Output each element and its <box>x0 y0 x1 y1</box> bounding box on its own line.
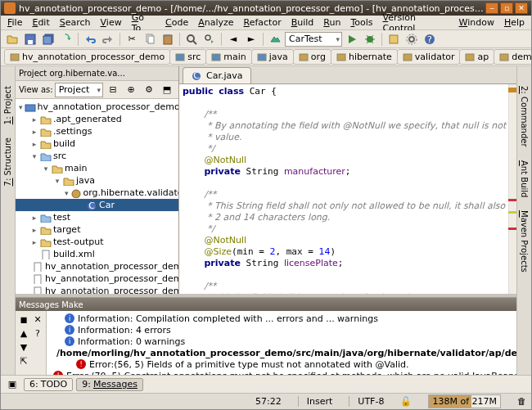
error-marker[interactable] <box>508 199 516 201</box>
bottom-toolbar: ▣ 6:TODO 9:Messages <box>1 375 531 393</box>
down-icon[interactable]: ▼ <box>17 340 30 354</box>
project-tree[interactable]: ▾hv_annotation_processor_demo (/home▸.ap… <box>16 99 178 294</box>
collapse-bottom-icon[interactable]: ▣ <box>4 377 20 392</box>
tree-java[interactable]: ▾java <box>16 174 178 187</box>
make-icon[interactable] <box>267 32 283 47</box>
status-marker <box>508 88 516 92</box>
collapse-icon[interactable]: ⊟ <box>105 83 121 97</box>
messages-list[interactable]: iInformation: Compilation completed with… <box>47 311 516 375</box>
crumb-hv_annotation_processor_demo[interactable]: hv_annotation_processor_demo <box>4 49 170 65</box>
export-icon[interactable]: ⇱ <box>17 354 30 367</box>
svg-text:?: ? <box>427 34 432 45</box>
redo-icon[interactable] <box>100 32 116 47</box>
forward-icon[interactable]: ► <box>243 32 259 47</box>
tree-hv_annotation_processor_demo-iws[interactable]: hv_annotation_processor_demo.iws <box>16 285 178 294</box>
help-icon[interactable]: ? <box>31 327 44 340</box>
tree-org-hibernate-validator-ap-demo[interactable]: ▾org.hibernate.validator.ap.demo <box>16 187 178 199</box>
message-row[interactable]: J/home/morling/hv_annotation_processor_d… <box>48 347 515 358</box>
tool-project[interactable]: 1: Project <box>2 83 14 128</box>
error-marker[interactable] <box>508 228 516 230</box>
maximize-button[interactable]: ▫ <box>500 2 513 14</box>
project-view-combo[interactable]: Project <box>55 83 103 97</box>
crumb-validator[interactable]: validator <box>397 49 461 65</box>
find-icon[interactable] <box>183 32 200 47</box>
svg-rect-7 <box>165 34 170 37</box>
crumb-ap[interactable]: ap <box>459 49 494 65</box>
sync-icon[interactable] <box>58 32 74 47</box>
copy-icon[interactable] <box>142 32 158 47</box>
menu-analyze[interactable]: Analyze <box>193 16 238 29</box>
tree-target[interactable]: ▸target <box>16 223 178 236</box>
tree-Car[interactable]: CCar <box>16 199 178 211</box>
todo-button[interactable]: 6:TODO <box>24 378 73 391</box>
menu-run[interactable]: Run <box>318 16 345 29</box>
warn-marker[interactable] <box>508 211 516 214</box>
hide-icon[interactable]: ⬒ <box>159 83 175 97</box>
menu-edit[interactable]: Edit <box>27 16 54 29</box>
close-icon[interactable]: ✕ <box>31 313 44 326</box>
menu-file[interactable]: File <box>2 16 27 29</box>
tree-build-xml[interactable]: build.xml <box>16 248 178 260</box>
vcs-icon[interactable] <box>385 32 402 47</box>
tool-commander[interactable]: 2: Commander <box>518 83 530 151</box>
tree-test[interactable]: ▸test <box>16 211 178 223</box>
trash-icon[interactable]: 🗑 <box>517 396 526 407</box>
debug-icon[interactable] <box>362 32 378 47</box>
tree--settings[interactable]: ▸.settings <box>16 125 178 137</box>
svg-rect-25 <box>337 54 345 61</box>
gear-icon[interactable]: ⚙ <box>141 83 157 97</box>
menu-build[interactable]: Build <box>286 16 319 29</box>
tree-hv_annotation_processor_demo-iml[interactable]: hv_annotation_processor_demo.iml <box>16 260 178 273</box>
tree-test-output[interactable]: ▸test-output <box>16 236 178 248</box>
run-config-combo[interactable]: CarTest <box>285 32 342 47</box>
crumb-main[interactable]: main <box>205 49 251 65</box>
code-editor[interactable]: public class Car { /** * By annotating t… <box>179 84 516 294</box>
message-row[interactable]: iInformation: 4 errors <box>48 324 515 336</box>
menu-view[interactable]: View <box>96 16 127 29</box>
tool-ant-build[interactable]: Ant Build <box>518 157 530 200</box>
crumb-hibernate[interactable]: hibernate <box>331 49 398 65</box>
open-icon[interactable] <box>4 32 20 47</box>
message-row[interactable]: !Error:(70, 5) Constraint annotations mu… <box>48 370 515 375</box>
message-row[interactable]: iInformation: Compilation completed with… <box>48 313 515 324</box>
menu-code[interactable]: Code <box>160 16 193 29</box>
tool-structure[interactable]: 7: Structure <box>2 134 14 189</box>
message-row[interactable]: iInformation: 0 warnings <box>48 336 515 347</box>
lock-icon[interactable]: 🔓 <box>400 396 412 407</box>
replace-icon[interactable] <box>201 32 218 47</box>
menu-help[interactable]: Help <box>499 16 530 29</box>
menu-window[interactable]: Window <box>454 16 499 29</box>
memory-indicator[interactable]: 138M of 217M <box>428 394 501 408</box>
tree-build[interactable]: ▸build <box>16 137 178 150</box>
close-button[interactable]: ✕ <box>515 2 528 14</box>
tree--apt_generated[interactable]: ▸.apt_generated <box>16 113 178 125</box>
undo-icon[interactable] <box>82 32 98 47</box>
tree-hv_annotation_processor_demo[interactable]: ▾hv_annotation_processor_demo (/home <box>16 101 178 113</box>
tree-main[interactable]: ▾main <box>16 162 178 174</box>
editor-tab-car[interactable]: C Car.java <box>183 67 251 83</box>
message-row[interactable]: !Error:(56, 5) Fields of a primitive typ… <box>48 358 515 370</box>
run-icon[interactable] <box>344 32 360 47</box>
tree-hv_annotation_processor_demo-ipr[interactable]: hv_annotation_processor_demo.ipr <box>16 273 178 285</box>
back-icon[interactable]: ◄ <box>225 32 241 47</box>
menu-tools[interactable]: Tools <box>345 16 377 29</box>
crumb-org[interactable]: org <box>293 49 331 65</box>
locate-icon[interactable]: ⊕ <box>123 83 139 97</box>
crumb-demo[interactable]: demo <box>494 49 531 65</box>
minimize-button[interactable]: ‒ <box>485 2 498 14</box>
tool-maven-projects[interactable]: Maven Projects <box>518 207 530 276</box>
help-icon[interactable]: ? <box>422 32 438 47</box>
messages-button[interactable]: 9:Messages <box>76 378 143 391</box>
crumb-src[interactable]: src <box>169 49 206 65</box>
cut-icon[interactable]: ✂ <box>124 32 140 47</box>
menu-refactor[interactable]: Refactor <box>239 16 286 29</box>
settings-icon[interactable] <box>404 32 420 47</box>
crumb-java[interactable]: java <box>251 49 294 65</box>
stop-icon[interactable]: ◼ <box>17 313 30 326</box>
up-icon[interactable]: ▲ <box>17 327 30 340</box>
save-icon[interactable] <box>22 32 38 47</box>
save-all-icon[interactable] <box>40 32 56 47</box>
tree-src[interactable]: ▾src <box>16 150 178 162</box>
menu-search[interactable]: Search <box>55 16 96 29</box>
paste-icon[interactable] <box>160 32 176 47</box>
